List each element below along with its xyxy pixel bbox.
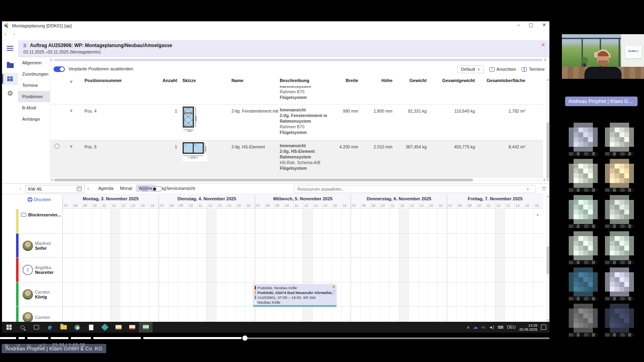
- maximize-button[interactable]: ▢: [529, 22, 533, 28]
- service-toggle[interactable]: [152, 186, 162, 191]
- minimize-button[interactable]: –: [517, 22, 520, 28]
- sched-scroll-down-icon[interactable]: ▾: [546, 319, 549, 322]
- table-row[interactable]: ∨Pos. 51 12 2010 ⊢4200⊣2-tlg. HS-Element…: [50, 140, 543, 177]
- row-expander-icon[interactable]: ∨: [70, 144, 73, 149]
- resource-row-3[interactable]: !AngelikaNeureiter: [16, 258, 543, 282]
- search-button[interactable]: [16, 322, 29, 333]
- hide-planned-label: Verplante Positionen ausblenden: [68, 66, 133, 71]
- event-line: Podolski, 53474 Bad Neuenahr-Ahrweiler, …: [255, 290, 334, 295]
- display-icon[interactable]: ▭: [481, 325, 485, 329]
- menu-button[interactable]: [2, 42, 18, 54]
- col-gewicht[interactable]: Gewicht: [394, 78, 427, 83]
- volume-icon[interactable]: ◄): [489, 325, 494, 329]
- calendar-icon[interactable]: [77, 187, 82, 191]
- app4-icon: [143, 325, 149, 329]
- sidebar-item-positionen[interactable]: Positionen: [18, 91, 50, 102]
- resource-row-2[interactable]: ManfredSeifer: [16, 234, 543, 258]
- tray-expand-icon[interactable]: ∧: [466, 325, 469, 329]
- onedrive-icon[interactable]: ☁: [473, 325, 478, 330]
- sidebar-item-termine[interactable]: Termine: [18, 80, 50, 91]
- language-indicator[interactable]: DEU: [507, 325, 516, 329]
- chevron-down-icon[interactable]: ∨: [536, 213, 539, 217]
- explorer-button[interactable]: [57, 322, 70, 333]
- hour-label: 09: [466, 204, 476, 208]
- range-track[interactable]: [54, 59, 543, 61]
- avatar: [23, 241, 33, 251]
- scheduler-scrollbar[interactable]: ▴ ▾: [546, 195, 549, 322]
- view-tab-agenda[interactable]: Agenda: [95, 185, 116, 192]
- horizontal-scrollbar[interactable]: ◂ ▸: [50, 178, 546, 182]
- chrome-button[interactable]: [70, 322, 84, 333]
- col-anzahl[interactable]: Anzahl: [147, 78, 177, 83]
- settings-button[interactable]: ⚙: [2, 87, 18, 99]
- termine-button[interactable]: ❙ Termine: [522, 67, 545, 72]
- resources-input[interactable]: [294, 185, 535, 193]
- resources-chevron-icon[interactable]: ∨: [526, 187, 529, 191]
- forward-icon[interactable]: ›: [13, 31, 15, 37]
- row-expander-icon[interactable]: ∨: [70, 108, 73, 113]
- start-button[interactable]: [2, 322, 16, 333]
- cell-skizze: 1800 ⊢990⊣: [182, 106, 200, 134]
- col-positionsnummer[interactable]: Positionsnummer: [85, 78, 145, 83]
- hour-label: 15: [332, 204, 342, 208]
- order-close-icon[interactable]: ✕: [541, 42, 545, 48]
- hour-label: 12: [111, 204, 120, 208]
- col-breite[interactable]: Breite: [324, 78, 358, 83]
- table-row[interactable]: ∨Pos. 41 1800 ⊢990⊣2-tlg. Fensterelement…: [50, 105, 543, 140]
- app3-button[interactable]: [125, 322, 139, 333]
- col-hoehe[interactable]: Höhe: [360, 78, 392, 83]
- sidebar-item-zuordnungen[interactable]: Zuordnungen: [18, 68, 50, 80]
- next-week-icon[interactable]: ›: [87, 186, 89, 191]
- scroll-down-icon[interactable]: ▾: [546, 179, 549, 182]
- close-button[interactable]: ✕: [542, 22, 546, 28]
- scroll-up-icon[interactable]: ▴: [546, 78, 549, 81]
- week-input[interactable]: [25, 185, 85, 193]
- clock[interactable]: 14:25 25.09.2025: [519, 323, 537, 331]
- task-view-button[interactable]: [29, 322, 43, 333]
- scroll-right-icon[interactable]: ▸: [544, 178, 545, 181]
- app2-button[interactable]: [111, 322, 125, 333]
- calendar-event[interactable]: Podolski, Neubau KöllePodolski, 53474 Ba…: [253, 284, 337, 306]
- participant-video: [569, 195, 598, 228]
- participant-name-bar: [605, 261, 634, 264]
- jump-icon[interactable]: →: [142, 186, 147, 191]
- row-radio[interactable]: [54, 144, 60, 149]
- klaes-app-button[interactable]: [139, 322, 153, 333]
- participant-avatar: [569, 123, 598, 152]
- ie-button[interactable]: e: [43, 322, 57, 333]
- sidebar-item-anhnge[interactable]: Anhänge: [18, 113, 50, 125]
- col-name[interactable]: Name: [231, 78, 279, 83]
- table-scrollbar[interactable]: ▴ ▾: [546, 78, 549, 182]
- preset-dropdown[interactable]: Default ∨: [457, 65, 483, 73]
- gear-icon: ⚙: [7, 90, 13, 97]
- back-icon[interactable]: ‹: [4, 31, 6, 37]
- collapse-all-icon[interactable]: ∨: [70, 79, 73, 84]
- print-button[interactable]: Drucken: [16, 197, 62, 202]
- col-gesamtgewicht[interactable]: Gesamtgewicht: [431, 78, 475, 83]
- planning-button[interactable]: [2, 73, 18, 85]
- ansichten-button[interactable]: + Ansichten: [489, 67, 516, 72]
- hide-planned-toggle[interactable]: [54, 66, 65, 72]
- col-gesamtoberflaeche[interactable]: Gesamtoberfläche: [483, 78, 525, 83]
- video-progress-bar[interactable]: [0, 337, 644, 339]
- playhead[interactable]: [242, 335, 248, 341]
- filter-icon[interactable]: ▽: [542, 186, 546, 191]
- resource-row-1[interactable]: ↔Blockreservier...∨: [16, 209, 543, 234]
- col-skizze[interactable]: Skizze: [182, 78, 229, 83]
- sidebar-item-allgemein[interactable]: Allgemein: [18, 57, 50, 68]
- sched-scroll-up-icon[interactable]: ▴: [546, 195, 549, 198]
- sidebar-item-bmodi[interactable]: B-Modi: [18, 102, 50, 113]
- app1-button[interactable]: [98, 322, 111, 333]
- view-tab-monat[interactable]: Monat: [117, 185, 135, 192]
- keyboard-icon[interactable]: ⌨: [497, 325, 503, 329]
- notification-icon[interactable]: [541, 325, 546, 330]
- prev-week-icon[interactable]: ‹: [20, 186, 21, 191]
- notepad-button[interactable]: [84, 322, 98, 333]
- participant-avatar: [569, 304, 598, 333]
- capacity-range: 0 5: [50, 58, 546, 62]
- projects-button[interactable]: [2, 60, 18, 72]
- resource-name: Carmen: [35, 315, 50, 320]
- scroll-left-icon[interactable]: ◂: [51, 178, 53, 181]
- table-row[interactable]: RahmensystemRahmen B70Flügelsystem: [50, 86, 543, 105]
- resource-row-5[interactable]: Carmen: [16, 306, 543, 322]
